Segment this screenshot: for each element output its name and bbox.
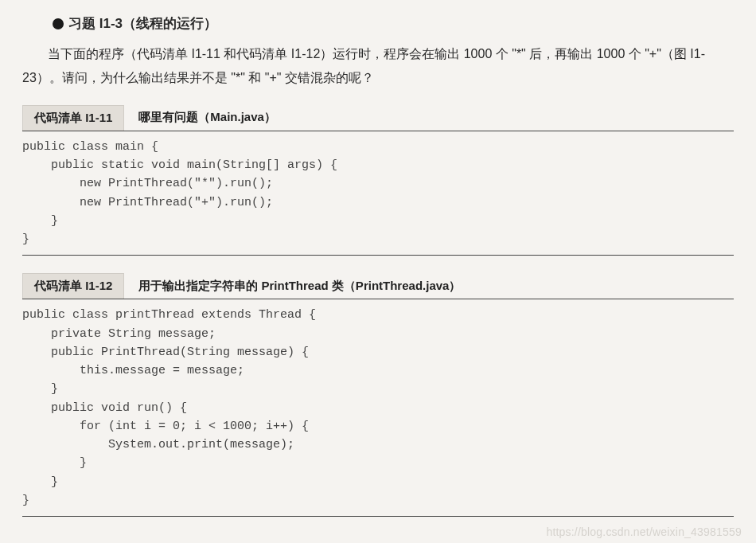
listing-2-title: 用于输出指定字符串的 PrintThread 类（PrintThread.jav… bbox=[124, 279, 461, 294]
bullet-icon bbox=[53, 18, 64, 29]
exercise-title: 习题 I1-3（线程的运行） bbox=[53, 14, 734, 33]
listing-1-title: 哪里有问题（Main.java） bbox=[124, 110, 276, 125]
listing-1-header: 代码清单 I1-11 哪里有问题（Main.java） bbox=[22, 105, 734, 131]
watermark-text: https://blog.csdn.net/weixin_43981559 bbox=[546, 525, 742, 538]
listing-2-code: public class printThread extends Thread … bbox=[22, 299, 734, 517]
exercise-description: 当下面的程序（代码清单 I1-11 和代码清单 I1-12）运行时，程序会在输出… bbox=[22, 42, 734, 91]
listing-2-header: 代码清单 I1-12 用于输出指定字符串的 PrintThread 类（Prin… bbox=[22, 273, 734, 299]
listing-1-code: public class main { public static void m… bbox=[22, 131, 734, 256]
listing-2-label: 代码清单 I1-12 bbox=[22, 273, 124, 299]
title-text: 习题 I1-3（线程的运行） bbox=[68, 14, 217, 33]
listing-1-label: 代码清单 I1-11 bbox=[22, 105, 124, 131]
